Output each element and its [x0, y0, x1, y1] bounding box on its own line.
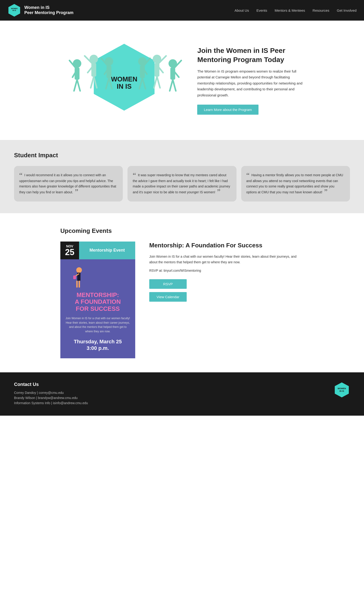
nav-events[interactable]: Events — [256, 9, 267, 12]
svg-text:IN IS: IN IS — [339, 390, 344, 392]
svg-line-40 — [170, 80, 173, 91]
event-poster-header: NOV 25 Mentorship Event — [60, 241, 135, 259]
footer: Contact Us Correy Dandoy | correy@cmu.ed… — [0, 372, 364, 416]
svg-line-16 — [91, 77, 94, 88]
event-layout: NOV 25 Mentorship Event — [60, 241, 304, 358]
event-poster-body: MENTORSHIP:A FOUNDATIONFOR SUCCESS Join … — [60, 259, 135, 358]
quote-text-2: It was super rewarding to know that my m… — [133, 173, 230, 194]
hero-section: WOMEN IN IS — [42, 20, 322, 140]
student-impact-section: Student Impact “ I would recommend it as… — [0, 140, 364, 213]
quote-text-1: I would recommend it as it allows you to… — [19, 173, 116, 194]
upcoming-events-heading: Upcoming Events — [60, 227, 304, 234]
footer-left: Contact Us Correy Dandoy | correy@cmu.ed… — [14, 382, 88, 406]
poster-desc: Join Women in IS for a chat with our wom… — [65, 316, 130, 333]
open-quote-icon-3: “ — [246, 172, 250, 179]
footer-logo-icon: WOMEN IN IS — [334, 382, 350, 398]
event-poster: NOV 25 Mentorship Event — [60, 241, 135, 358]
upcoming-events-section: Upcoming Events NOV 25 Mentorship Event — [42, 213, 322, 372]
event-details: Mentorship: A Foundation For Success Joi… — [149, 241, 304, 305]
svg-point-42 — [76, 267, 82, 273]
poster-big-title: MENTORSHIP:A FOUNDATIONFOR SUCCESS — [65, 292, 130, 313]
open-quote-icon-2: “ — [133, 172, 136, 179]
footer-contact-3: Information Systems Info | isinfo@andrew… — [14, 401, 88, 405]
student-impact-heading: Student Impact — [14, 152, 350, 159]
quote-text-3: Having a mentor firstly allows you to me… — [246, 173, 343, 194]
logo-icon: WOMEN IN IS — [8, 3, 21, 17]
footer-contact-2: Brandy Wilson | brandyw@andrew.cmu.edu — [14, 396, 88, 400]
nav-mentors[interactable]: Mentors & Mentees — [275, 9, 305, 12]
event-detail-body: Join Women in IS for a chat with our wom… — [149, 254, 304, 265]
hero-body: The Women in IS program empowers women t… — [197, 68, 304, 98]
view-calendar-button[interactable]: View Calendar — [149, 292, 187, 302]
footer-logo-area: WOMEN IN IS — [334, 382, 350, 399]
navbar: WOMEN IN IS Women in IS Peer Mentoring P… — [0, 0, 364, 20]
close-quote-icon-2: ” — [217, 189, 220, 195]
event-title-banner: Mentorship Event — [79, 241, 135, 259]
svg-text:IN IS: IN IS — [12, 10, 16, 11]
nav-title-line2: Peer Mentoring Program — [24, 10, 73, 15]
event-day: 25 — [65, 248, 74, 257]
quotes-grid: “ I would recommend it as it allows you … — [14, 166, 350, 201]
event-rsvp-link-text: RSVP at: tinyurl.com/WISmentoring — [149, 268, 304, 274]
nav-resources[interactable]: Resources — [313, 9, 329, 12]
svg-text:WOMEN: WOMEN — [11, 8, 18, 9]
svg-rect-47 — [73, 275, 76, 279]
rsvp-button[interactable]: RSVP — [149, 279, 187, 289]
brand-title: Women in IS Peer Mentoring Program — [24, 5, 73, 15]
svg-line-35 — [157, 77, 160, 88]
svg-line-11 — [77, 80, 80, 91]
hero-illustration: WOMEN IN IS — [60, 35, 188, 126]
learn-more-button[interactable]: Learn More about the Program — [197, 105, 258, 115]
poster-figure-icon — [65, 265, 130, 288]
nav-get-involved[interactable]: Get Involved — [337, 9, 356, 12]
hero-image: WOMEN IN IS — [60, 35, 188, 126]
brand: WOMEN IN IS Women in IS Peer Mentoring P… — [8, 3, 73, 17]
open-quote-icon-1: “ — [19, 172, 22, 179]
quote-card-2: “ It was super rewarding to know that my… — [128, 166, 236, 201]
event-banner-title: Mentorship Event — [89, 248, 125, 253]
footer-contact-1: Correy Dandoy | correy@cmu.edu — [14, 391, 88, 395]
poster-date: Thursday, March 253:00 p.m. — [65, 338, 130, 352]
footer-heading: Contact Us — [14, 382, 88, 387]
close-quote-icon-1: ” — [75, 189, 78, 195]
nav-links: About Us Events Mentors & Mentees Resour… — [234, 9, 356, 12]
svg-text:IN IS: IN IS — [117, 83, 132, 90]
close-quote-icon-3: ” — [324, 189, 327, 195]
event-detail-heading: Mentorship: A Foundation For Success — [149, 241, 304, 250]
quote-card-3: “ Having a mentor firstly allows you to … — [241, 166, 350, 201]
event-date-block: NOV 25 — [60, 241, 79, 259]
svg-text:WOMEN: WOMEN — [111, 75, 137, 83]
quote-card-1: “ I would recommend it as it allows you … — [14, 166, 123, 201]
hero-heading: Join the Women in IS Peer Mentoring Prog… — [197, 46, 304, 64]
svg-line-10 — [74, 80, 77, 91]
svg-rect-46 — [79, 280, 80, 288]
svg-rect-45 — [76, 280, 78, 288]
svg-text:WOMEN: WOMEN — [338, 387, 346, 390]
nav-title-line1: Women in IS — [24, 5, 73, 10]
hero-text-block: Join the Women in IS Peer Mentoring Prog… — [197, 46, 304, 115]
nav-about[interactable]: About Us — [234, 9, 249, 12]
svg-line-41 — [173, 80, 176, 91]
